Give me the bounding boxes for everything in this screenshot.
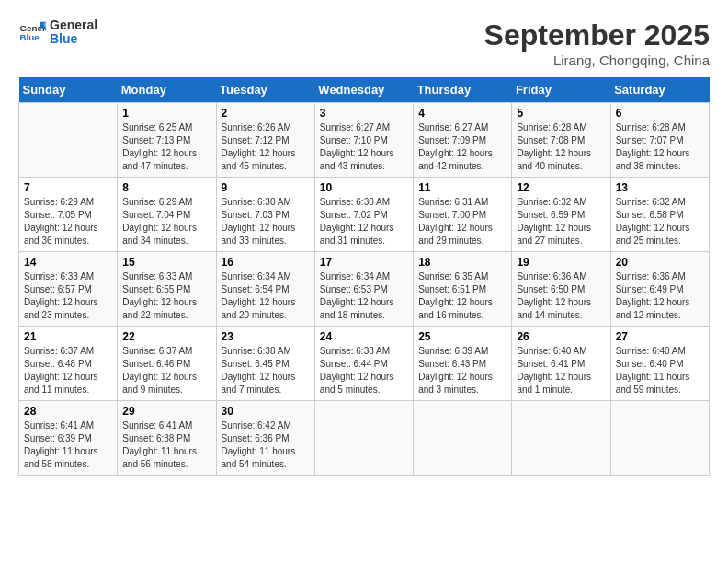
calendar-cell: 2Sunrise: 6:26 AM Sunset: 7:12 PM Daylig…	[216, 103, 314, 178]
calendar-table: SundayMondayTuesdayWednesdayThursdayFrid…	[18, 77, 710, 476]
day-info: Sunrise: 6:28 AM Sunset: 7:08 PM Dayligh…	[517, 121, 605, 173]
calendar-cell: 16Sunrise: 6:34 AM Sunset: 6:54 PM Dayli…	[216, 252, 314, 327]
calendar-cell: 19Sunrise: 6:36 AM Sunset: 6:50 PM Dayli…	[512, 252, 610, 327]
calendar-cell: 1Sunrise: 6:25 AM Sunset: 7:13 PM Daylig…	[118, 103, 216, 178]
calendar-cell: 26Sunrise: 6:40 AM Sunset: 6:41 PM Dayli…	[512, 327, 610, 401]
calendar-cell: 10Sunrise: 6:30 AM Sunset: 7:02 PM Dayli…	[314, 178, 413, 252]
calendar-cell: 20Sunrise: 6:36 AM Sunset: 6:49 PM Dayli…	[610, 252, 709, 327]
page-header: General Blue General Blue September 2025…	[18, 18, 710, 68]
day-number: 29	[122, 405, 210, 418]
day-info: Sunrise: 6:27 AM Sunset: 7:09 PM Dayligh…	[418, 121, 506, 173]
weekday-header-tuesday: Tuesday	[216, 77, 314, 103]
day-number: 22	[122, 330, 210, 343]
day-info: Sunrise: 6:25 AM Sunset: 7:13 PM Dayligh…	[122, 121, 210, 173]
calendar-cell: 4Sunrise: 6:27 AM Sunset: 7:09 PM Daylig…	[414, 103, 512, 178]
logo: General Blue General Blue	[18, 18, 97, 47]
day-info: Sunrise: 6:37 AM Sunset: 6:46 PM Dayligh…	[122, 345, 210, 396]
calendar-cell: 11Sunrise: 6:31 AM Sunset: 7:00 PM Dayli…	[414, 178, 512, 252]
calendar-cell	[314, 401, 413, 476]
logo-icon: General Blue	[18, 18, 46, 46]
day-info: Sunrise: 6:38 AM Sunset: 6:45 PM Dayligh…	[222, 345, 310, 396]
day-number: 6	[616, 107, 704, 120]
calendar-cell: 12Sunrise: 6:32 AM Sunset: 6:59 PM Dayli…	[512, 178, 610, 252]
calendar-cell: 8Sunrise: 6:29 AM Sunset: 7:04 PM Daylig…	[118, 178, 216, 252]
day-info: Sunrise: 6:34 AM Sunset: 6:54 PM Dayligh…	[222, 270, 310, 322]
day-number: 4	[418, 107, 506, 120]
calendar-cell: 28Sunrise: 6:41 AM Sunset: 6:39 PM Dayli…	[19, 401, 118, 476]
day-info: Sunrise: 6:28 AM Sunset: 7:07 PM Dayligh…	[616, 121, 704, 173]
calendar-body: 1Sunrise: 6:25 AM Sunset: 7:13 PM Daylig…	[19, 103, 710, 476]
day-info: Sunrise: 6:29 AM Sunset: 7:04 PM Dayligh…	[122, 196, 210, 247]
day-info: Sunrise: 6:39 AM Sunset: 6:43 PM Dayligh…	[418, 345, 506, 396]
day-number: 18	[418, 256, 506, 269]
day-info: Sunrise: 6:36 AM Sunset: 6:49 PM Dayligh…	[616, 270, 704, 322]
logo-blue: Blue	[50, 32, 97, 46]
day-number: 26	[517, 330, 605, 343]
day-info: Sunrise: 6:33 AM Sunset: 6:55 PM Dayligh…	[122, 270, 210, 322]
calendar-cell: 9Sunrise: 6:30 AM Sunset: 7:03 PM Daylig…	[216, 178, 314, 252]
day-number: 1	[122, 107, 210, 120]
day-number: 3	[320, 107, 408, 120]
calendar-cell: 18Sunrise: 6:35 AM Sunset: 6:51 PM Dayli…	[414, 252, 512, 327]
day-info: Sunrise: 6:30 AM Sunset: 7:03 PM Dayligh…	[222, 196, 310, 247]
svg-text:Blue: Blue	[20, 32, 40, 42]
calendar-cell	[512, 401, 610, 476]
day-number: 14	[24, 256, 112, 269]
day-info: Sunrise: 6:30 AM Sunset: 7:02 PM Dayligh…	[320, 196, 408, 247]
day-info: Sunrise: 6:40 AM Sunset: 6:41 PM Dayligh…	[517, 345, 605, 396]
calendar-week-4: 21Sunrise: 6:37 AM Sunset: 6:48 PM Dayli…	[19, 327, 710, 401]
calendar-cell: 17Sunrise: 6:34 AM Sunset: 6:53 PM Dayli…	[314, 252, 413, 327]
day-info: Sunrise: 6:42 AM Sunset: 6:36 PM Dayligh…	[222, 419, 310, 471]
day-info: Sunrise: 6:41 AM Sunset: 6:39 PM Dayligh…	[24, 419, 112, 471]
calendar-cell: 21Sunrise: 6:37 AM Sunset: 6:48 PM Dayli…	[19, 327, 118, 401]
weekday-header-sunday: Sunday	[19, 77, 118, 103]
calendar-cell: 25Sunrise: 6:39 AM Sunset: 6:43 PM Dayli…	[414, 327, 512, 401]
weekday-header-saturday: Saturday	[610, 77, 709, 103]
weekday-header-thursday: Thursday	[414, 77, 512, 103]
day-info: Sunrise: 6:35 AM Sunset: 6:51 PM Dayligh…	[418, 270, 506, 322]
day-number: 13	[616, 181, 704, 194]
day-number: 5	[517, 107, 605, 120]
day-info: Sunrise: 6:26 AM Sunset: 7:12 PM Dayligh…	[222, 121, 310, 173]
calendar-cell: 30Sunrise: 6:42 AM Sunset: 6:36 PM Dayli…	[216, 401, 314, 476]
day-info: Sunrise: 6:32 AM Sunset: 6:58 PM Dayligh…	[616, 196, 704, 247]
day-number: 28	[24, 405, 112, 418]
logo-general: General	[50, 18, 97, 32]
calendar-cell	[19, 103, 118, 178]
calendar-cell: 5Sunrise: 6:28 AM Sunset: 7:08 PM Daylig…	[512, 103, 610, 178]
calendar-week-5: 28Sunrise: 6:41 AM Sunset: 6:39 PM Dayli…	[19, 401, 710, 476]
day-number: 24	[320, 330, 408, 343]
day-number: 20	[616, 256, 704, 269]
day-number: 27	[616, 330, 704, 343]
day-number: 10	[320, 181, 408, 194]
day-number: 25	[418, 330, 506, 343]
day-info: Sunrise: 6:33 AM Sunset: 6:57 PM Dayligh…	[24, 270, 112, 322]
title-block: September 2025 Lirang, Chongqing, China	[484, 18, 710, 68]
calendar-week-3: 14Sunrise: 6:33 AM Sunset: 6:57 PM Dayli…	[19, 252, 710, 327]
day-info: Sunrise: 6:32 AM Sunset: 6:59 PM Dayligh…	[517, 196, 605, 247]
calendar-header-row: SundayMondayTuesdayWednesdayThursdayFrid…	[19, 77, 710, 103]
calendar-cell: 22Sunrise: 6:37 AM Sunset: 6:46 PM Dayli…	[118, 327, 216, 401]
calendar-cell: 27Sunrise: 6:40 AM Sunset: 6:40 PM Dayli…	[610, 327, 709, 401]
day-number: 16	[222, 256, 310, 269]
day-number: 7	[24, 181, 112, 194]
calendar-cell: 15Sunrise: 6:33 AM Sunset: 6:55 PM Dayli…	[118, 252, 216, 327]
day-number: 30	[222, 405, 310, 418]
day-info: Sunrise: 6:27 AM Sunset: 7:10 PM Dayligh…	[320, 121, 408, 173]
day-info: Sunrise: 6:38 AM Sunset: 6:44 PM Dayligh…	[320, 345, 408, 396]
location-subtitle: Lirang, Chongqing, China	[484, 52, 710, 68]
weekday-header-monday: Monday	[118, 77, 216, 103]
calendar-cell: 6Sunrise: 6:28 AM Sunset: 7:07 PM Daylig…	[610, 103, 709, 178]
day-info: Sunrise: 6:36 AM Sunset: 6:50 PM Dayligh…	[517, 270, 605, 322]
calendar-cell: 24Sunrise: 6:38 AM Sunset: 6:44 PM Dayli…	[314, 327, 413, 401]
day-info: Sunrise: 6:34 AM Sunset: 6:53 PM Dayligh…	[320, 270, 408, 322]
day-number: 8	[122, 181, 210, 194]
calendar-cell	[414, 401, 512, 476]
weekday-header-wednesday: Wednesday	[314, 77, 413, 103]
day-number: 15	[122, 256, 210, 269]
calendar-cell: 3Sunrise: 6:27 AM Sunset: 7:10 PM Daylig…	[314, 103, 413, 178]
day-number: 17	[320, 256, 408, 269]
day-info: Sunrise: 6:29 AM Sunset: 7:05 PM Dayligh…	[24, 196, 112, 247]
calendar-cell: 23Sunrise: 6:38 AM Sunset: 6:45 PM Dayli…	[216, 327, 314, 401]
day-number: 9	[222, 181, 310, 194]
